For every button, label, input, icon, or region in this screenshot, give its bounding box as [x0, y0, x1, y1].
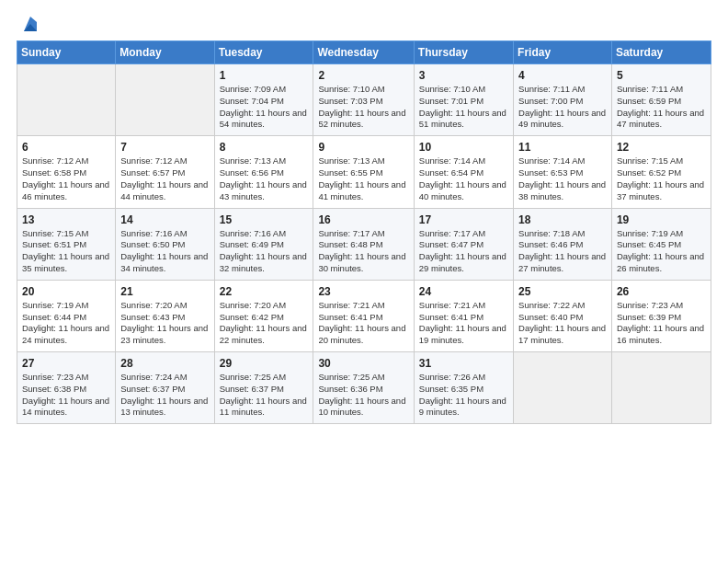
- calendar-cell: 11Sunrise: 7:14 AMSunset: 6:53 PMDayligh…: [514, 136, 612, 208]
- cell-daylight: Daylight: 11 hours and 37 minutes.: [617, 179, 706, 203]
- cell-sunrise: Sunrise: 7:13 AM: [220, 155, 309, 167]
- cell-sun-info: Sunrise: 7:25 AMSunset: 6:37 PMDaylight:…: [220, 372, 309, 419]
- cell-daylight: Daylight: 11 hours and 19 minutes.: [419, 323, 508, 347]
- calendar-cell: 17Sunrise: 7:17 AMSunset: 6:47 PMDayligh…: [414, 208, 513, 280]
- cell-sunset: Sunset: 6:38 PM: [22, 384, 110, 396]
- calendar-cell: 21Sunrise: 7:20 AMSunset: 6:43 PMDayligh…: [116, 280, 214, 351]
- cell-daylight: Daylight: 11 hours and 10 minutes.: [318, 396, 408, 419]
- cell-sunrise: Sunrise: 7:19 AM: [22, 300, 110, 312]
- cell-sun-info: Sunrise: 7:09 AMSunset: 7:04 PMDaylight:…: [220, 84, 309, 131]
- cell-daylight: Daylight: 11 hours and 22 minutes.: [220, 323, 309, 347]
- cell-sunrise: Sunrise: 7:16 AM: [220, 228, 309, 240]
- cell-sun-info: Sunrise: 7:14 AMSunset: 6:54 PMDaylight:…: [419, 155, 508, 202]
- cell-sunset: Sunset: 6:41 PM: [318, 312, 408, 324]
- cell-daylight: Daylight: 11 hours and 44 minutes.: [120, 179, 209, 203]
- cell-daylight: Daylight: 11 hours and 23 minutes.: [120, 323, 209, 347]
- cell-day-number: 14: [120, 213, 209, 226]
- cell-day-number: 12: [617, 141, 706, 154]
- cell-sunset: Sunset: 6:42 PM: [220, 312, 309, 324]
- cell-sunset: Sunset: 6:57 PM: [120, 167, 209, 179]
- calendar-cell: [116, 64, 214, 136]
- cell-day-number: 21: [120, 285, 209, 298]
- cell-day-number: 18: [518, 213, 607, 226]
- cell-day-number: 7: [120, 141, 209, 154]
- weekday-header-row: SundayMondayTuesdayWednesdayThursdayFrid…: [17, 41, 711, 64]
- cell-sunrise: Sunrise: 7:19 AM: [617, 228, 706, 240]
- cell-day-number: 6: [22, 141, 110, 154]
- cell-day-number: 15: [220, 213, 309, 226]
- weekday-header-thursday: Thursday: [414, 41, 513, 64]
- calendar-cell: 22Sunrise: 7:20 AMSunset: 6:42 PMDayligh…: [214, 280, 313, 351]
- calendar-cell: 16Sunrise: 7:17 AMSunset: 6:48 PMDayligh…: [313, 208, 414, 280]
- cell-sun-info: Sunrise: 7:14 AMSunset: 6:53 PMDaylight:…: [518, 155, 607, 202]
- logo-icon: [20, 15, 40, 35]
- calendar-cell: 31Sunrise: 7:26 AMSunset: 6:35 PMDayligh…: [414, 352, 513, 424]
- cell-sun-info: Sunrise: 7:23 AMSunset: 6:39 PMDaylight:…: [617, 300, 706, 347]
- cell-sun-info: Sunrise: 7:26 AMSunset: 6:35 PMDaylight:…: [419, 372, 508, 419]
- cell-sunset: Sunset: 6:44 PM: [22, 312, 110, 324]
- calendar-cell: [17, 64, 116, 136]
- cell-daylight: Daylight: 11 hours and 29 minutes.: [419, 251, 508, 275]
- calendar-cell: 28Sunrise: 7:24 AMSunset: 6:37 PMDayligh…: [116, 352, 214, 424]
- cell-sunset: Sunset: 7:01 PM: [419, 96, 508, 108]
- cell-sunset: Sunset: 6:54 PM: [419, 167, 508, 179]
- cell-sunset: Sunset: 6:40 PM: [518, 312, 607, 324]
- cell-sun-info: Sunrise: 7:16 AMSunset: 6:49 PMDaylight:…: [220, 228, 309, 275]
- cell-day-number: 31: [419, 357, 508, 370]
- cell-sunrise: Sunrise: 7:21 AM: [318, 300, 408, 312]
- cell-sunrise: Sunrise: 7:23 AM: [617, 300, 706, 312]
- cell-sunset: Sunset: 6:36 PM: [318, 384, 408, 396]
- cell-day-number: 2: [318, 69, 408, 82]
- cell-day-number: 30: [318, 357, 408, 370]
- cell-sun-info: Sunrise: 7:17 AMSunset: 6:48 PMDaylight:…: [318, 228, 408, 275]
- cell-daylight: Daylight: 11 hours and 26 minutes.: [617, 251, 706, 275]
- cell-sunrise: Sunrise: 7:17 AM: [419, 228, 508, 240]
- cell-sunset: Sunset: 6:47 PM: [419, 239, 508, 251]
- cell-daylight: Daylight: 11 hours and 16 minutes.: [617, 323, 706, 347]
- cell-sunrise: Sunrise: 7:12 AM: [22, 155, 110, 167]
- cell-sun-info: Sunrise: 7:19 AMSunset: 6:44 PMDaylight:…: [22, 300, 110, 347]
- cell-sunrise: Sunrise: 7:16 AM: [120, 228, 209, 240]
- cell-sunrise: Sunrise: 7:14 AM: [518, 155, 607, 167]
- cell-sunset: Sunset: 6:48 PM: [318, 239, 408, 251]
- cell-sun-info: Sunrise: 7:17 AMSunset: 6:47 PMDaylight:…: [419, 228, 508, 275]
- calendar-cell: 15Sunrise: 7:16 AMSunset: 6:49 PMDayligh…: [214, 208, 313, 280]
- cell-sun-info: Sunrise: 7:13 AMSunset: 6:55 PMDaylight:…: [318, 155, 408, 202]
- cell-sunrise: Sunrise: 7:22 AM: [518, 300, 607, 312]
- cell-day-number: 20: [22, 285, 110, 298]
- logo: [17, 15, 40, 35]
- cell-sun-info: Sunrise: 7:11 AMSunset: 7:00 PMDaylight:…: [518, 84, 607, 131]
- calendar-cell: 8Sunrise: 7:13 AMSunset: 6:56 PMDaylight…: [214, 136, 313, 208]
- cell-day-number: 23: [318, 285, 408, 298]
- cell-sun-info: Sunrise: 7:25 AMSunset: 6:36 PMDaylight:…: [318, 372, 408, 419]
- cell-daylight: Daylight: 11 hours and 43 minutes.: [220, 179, 309, 203]
- calendar-cell: 19Sunrise: 7:19 AMSunset: 6:45 PMDayligh…: [611, 208, 711, 280]
- calendar-cell: 24Sunrise: 7:21 AMSunset: 6:41 PMDayligh…: [414, 280, 513, 351]
- cell-sunrise: Sunrise: 7:24 AM: [120, 372, 209, 384]
- cell-sunset: Sunset: 6:39 PM: [617, 312, 706, 324]
- calendar-table: SundayMondayTuesdayWednesdayThursdayFrid…: [17, 40, 711, 424]
- cell-sun-info: Sunrise: 7:20 AMSunset: 6:43 PMDaylight:…: [120, 300, 209, 347]
- cell-sun-info: Sunrise: 7:13 AMSunset: 6:56 PMDaylight:…: [220, 155, 309, 202]
- cell-day-number: 19: [617, 213, 706, 226]
- cell-day-number: 25: [518, 285, 607, 298]
- weekday-header-tuesday: Tuesday: [214, 41, 313, 64]
- cell-sunrise: Sunrise: 7:18 AM: [518, 228, 607, 240]
- cell-daylight: Daylight: 11 hours and 14 minutes.: [22, 396, 110, 419]
- cell-sunset: Sunset: 6:56 PM: [220, 167, 309, 179]
- cell-daylight: Daylight: 11 hours and 54 minutes.: [220, 108, 309, 132]
- cell-daylight: Daylight: 11 hours and 46 minutes.: [22, 179, 110, 203]
- cell-day-number: 9: [318, 141, 408, 154]
- cell-day-number: 16: [318, 213, 408, 226]
- cell-sunrise: Sunrise: 7:10 AM: [318, 84, 408, 96]
- cell-sunrise: Sunrise: 7:11 AM: [518, 84, 607, 96]
- calendar-cell: 2Sunrise: 7:10 AMSunset: 7:03 PMDaylight…: [313, 64, 414, 136]
- cell-daylight: Daylight: 11 hours and 51 minutes.: [419, 108, 508, 132]
- cell-sunrise: Sunrise: 7:23 AM: [22, 372, 110, 384]
- calendar-week-row: 6Sunrise: 7:12 AMSunset: 6:58 PMDaylight…: [17, 136, 711, 208]
- cell-sunrise: Sunrise: 7:20 AM: [220, 300, 309, 312]
- cell-sunrise: Sunrise: 7:13 AM: [318, 155, 408, 167]
- cell-sunrise: Sunrise: 7:11 AM: [617, 84, 706, 96]
- cell-sunset: Sunset: 6:43 PM: [120, 312, 209, 324]
- cell-sunset: Sunset: 6:37 PM: [120, 384, 209, 396]
